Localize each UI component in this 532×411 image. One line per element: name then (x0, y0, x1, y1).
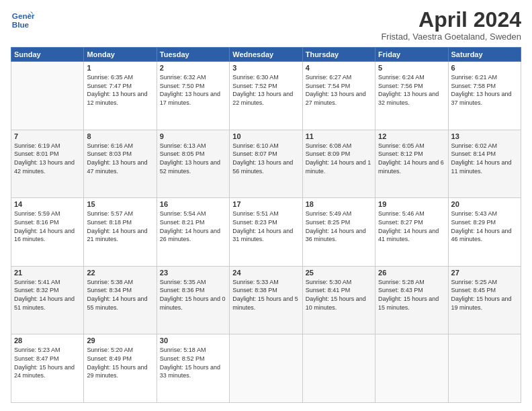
week-row-4: 21Sunrise: 5:41 AMSunset: 8:32 PMDayligh… (11, 266, 521, 334)
day-cell: 2Sunrise: 6:32 AMSunset: 7:50 PMDaylight… (157, 62, 229, 130)
day-cell: 26Sunrise: 5:28 AMSunset: 8:43 PMDayligh… (375, 266, 448, 334)
day-detail: Sunrise: 6:08 AMSunset: 8:09 PMDaylight:… (306, 142, 372, 175)
day-detail: Sunrise: 5:43 AMSunset: 8:29 PMDaylight:… (451, 210, 518, 243)
day-detail: Sunrise: 5:41 AMSunset: 8:32 PMDaylight:… (14, 278, 81, 312)
day-cell: 29Sunrise: 5:20 AMSunset: 8:49 PMDayligh… (84, 334, 157, 403)
day-detail: Sunrise: 6:30 AMSunset: 7:52 PMDaylight:… (232, 73, 299, 107)
day-cell: 25Sunrise: 5:30 AMSunset: 8:41 PMDayligh… (302, 266, 375, 334)
day-cell: 1Sunrise: 6:35 AMSunset: 7:47 PMDaylight… (84, 62, 157, 130)
day-number: 17 (232, 200, 299, 208)
day-detail: Sunrise: 6:27 AMSunset: 7:54 PMDaylight:… (306, 73, 372, 107)
day-cell: 6Sunrise: 6:21 AMSunset: 7:58 PMDaylight… (448, 62, 521, 130)
day-number: 21 (14, 269, 81, 277)
day-cell: 9Sunrise: 6:13 AMSunset: 8:05 PMDaylight… (157, 130, 229, 198)
col-monday: Monday (84, 48, 157, 62)
day-cell (230, 334, 302, 403)
day-detail: Sunrise: 6:02 AMSunset: 8:14 PMDaylight:… (451, 142, 518, 175)
day-detail: Sunrise: 5:25 AMSunset: 8:45 PMDaylight:… (451, 278, 518, 312)
month-title: April 2024 (381, 8, 521, 32)
day-detail: Sunrise: 5:20 AMSunset: 8:49 PMDaylight:… (87, 346, 153, 379)
location: Fristad, Vaestra Goetaland, Sweden (381, 32, 521, 42)
week-row-3: 14Sunrise: 5:59 AMSunset: 8:16 PMDayligh… (11, 198, 521, 267)
day-number: 5 (378, 64, 445, 72)
day-cell: 5Sunrise: 6:24 AMSunset: 7:56 PMDaylight… (375, 62, 448, 130)
day-number: 10 (232, 132, 299, 140)
day-detail: Sunrise: 5:18 AMSunset: 8:52 PMDaylight:… (160, 346, 226, 379)
day-number: 3 (232, 64, 299, 72)
day-cell: 14Sunrise: 5:59 AMSunset: 8:16 PMDayligh… (11, 198, 84, 267)
day-number: 27 (451, 269, 518, 277)
day-cell: 7Sunrise: 6:19 AMSunset: 8:01 PMDaylight… (11, 130, 84, 198)
day-cell: 27Sunrise: 5:25 AMSunset: 8:45 PMDayligh… (448, 266, 521, 334)
day-cell: 18Sunrise: 5:49 AMSunset: 8:25 PMDayligh… (302, 198, 375, 267)
day-detail: Sunrise: 5:57 AMSunset: 8:18 PMDaylight:… (87, 210, 153, 243)
day-detail: Sunrise: 6:16 AMSunset: 8:03 PMDaylight:… (87, 142, 153, 175)
day-detail: Sunrise: 5:51 AMSunset: 8:23 PMDaylight:… (232, 210, 299, 243)
col-sunday: Sunday (11, 48, 84, 62)
day-detail: Sunrise: 6:10 AMSunset: 8:07 PMDaylight:… (232, 142, 299, 175)
week-row-2: 7Sunrise: 6:19 AMSunset: 8:01 PMDaylight… (11, 130, 521, 198)
day-number: 28 (14, 336, 81, 345)
day-number: 6 (451, 64, 518, 72)
day-cell: 12Sunrise: 6:05 AMSunset: 8:12 PMDayligh… (375, 130, 448, 198)
day-cell: 3Sunrise: 6:30 AMSunset: 7:52 PMDaylight… (230, 62, 302, 130)
day-detail: Sunrise: 5:28 AMSunset: 8:43 PMDaylight:… (378, 278, 445, 312)
day-number: 4 (306, 64, 372, 72)
day-cell: 16Sunrise: 5:54 AMSunset: 8:21 PMDayligh… (157, 198, 229, 267)
day-number: 26 (378, 269, 445, 277)
day-detail: Sunrise: 6:24 AMSunset: 7:56 PMDaylight:… (378, 73, 445, 107)
day-cell: 28Sunrise: 5:23 AMSunset: 8:47 PMDayligh… (11, 334, 84, 403)
title-section: April 2024 Fristad, Vaestra Goetaland, S… (381, 8, 521, 42)
day-detail: Sunrise: 5:46 AMSunset: 8:27 PMDaylight:… (378, 210, 445, 243)
day-number: 20 (451, 200, 518, 208)
week-row-1: 1Sunrise: 6:35 AMSunset: 7:47 PMDaylight… (11, 62, 521, 130)
day-cell (302, 334, 375, 403)
day-number: 25 (306, 269, 372, 277)
day-number: 9 (160, 132, 226, 140)
day-detail: Sunrise: 5:49 AMSunset: 8:25 PMDaylight:… (306, 210, 372, 243)
day-cell: 10Sunrise: 6:10 AMSunset: 8:07 PMDayligh… (230, 130, 302, 198)
header-row: Sunday Monday Tuesday Wednesday Thursday… (11, 48, 521, 62)
day-cell: 21Sunrise: 5:41 AMSunset: 8:32 PMDayligh… (11, 266, 84, 334)
day-cell: 19Sunrise: 5:46 AMSunset: 8:27 PMDayligh… (375, 198, 448, 267)
col-wednesday: Wednesday (230, 48, 302, 62)
day-cell: 15Sunrise: 5:57 AMSunset: 8:18 PMDayligh… (84, 198, 157, 267)
week-row-5: 28Sunrise: 5:23 AMSunset: 8:47 PMDayligh… (11, 334, 521, 403)
day-number: 16 (160, 200, 226, 208)
day-detail: Sunrise: 5:33 AMSunset: 8:38 PMDaylight:… (232, 278, 299, 312)
day-number: 22 (87, 269, 153, 277)
day-cell: 22Sunrise: 5:38 AMSunset: 8:34 PMDayligh… (84, 266, 157, 334)
day-cell: 24Sunrise: 5:33 AMSunset: 8:38 PMDayligh… (230, 266, 302, 334)
day-cell: 23Sunrise: 5:35 AMSunset: 8:36 PMDayligh… (157, 266, 229, 334)
day-detail: Sunrise: 5:30 AMSunset: 8:41 PMDaylight:… (306, 278, 372, 312)
day-cell (11, 62, 84, 130)
svg-text:Blue: Blue (12, 20, 30, 29)
col-saturday: Saturday (448, 48, 521, 62)
day-cell: 20Sunrise: 5:43 AMSunset: 8:29 PMDayligh… (448, 198, 521, 267)
day-detail: Sunrise: 6:21 AMSunset: 7:58 PMDaylight:… (451, 73, 518, 107)
day-cell: 13Sunrise: 6:02 AMSunset: 8:14 PMDayligh… (448, 130, 521, 198)
day-detail: Sunrise: 6:35 AMSunset: 7:47 PMDaylight:… (87, 73, 153, 107)
day-detail: Sunrise: 5:54 AMSunset: 8:21 PMDaylight:… (160, 210, 226, 243)
day-number: 30 (160, 336, 226, 345)
logo-icon: General Blue (11, 8, 35, 32)
day-number: 12 (378, 132, 445, 140)
day-number: 8 (87, 132, 153, 140)
day-detail: Sunrise: 5:38 AMSunset: 8:34 PMDaylight:… (87, 278, 153, 312)
day-number: 29 (87, 336, 153, 345)
col-friday: Friday (375, 48, 448, 62)
col-tuesday: Tuesday (157, 48, 229, 62)
day-detail: Sunrise: 5:35 AMSunset: 8:36 PMDaylight:… (160, 278, 226, 312)
day-number: 13 (451, 132, 518, 140)
day-number: 15 (87, 200, 153, 208)
day-cell: 11Sunrise: 6:08 AMSunset: 8:09 PMDayligh… (302, 130, 375, 198)
day-detail: Sunrise: 5:23 AMSunset: 8:47 PMDaylight:… (14, 346, 81, 379)
day-number: 19 (378, 200, 445, 208)
svg-text:General: General (12, 11, 35, 20)
day-detail: Sunrise: 5:59 AMSunset: 8:16 PMDaylight:… (14, 210, 81, 243)
day-number: 1 (87, 64, 153, 72)
day-number: 14 (14, 200, 81, 208)
day-detail: Sunrise: 6:32 AMSunset: 7:50 PMDaylight:… (160, 73, 226, 107)
header: General Blue April 2024 Fristad, Vaestra… (11, 8, 521, 42)
day-cell: 30Sunrise: 5:18 AMSunset: 8:52 PMDayligh… (157, 334, 229, 403)
